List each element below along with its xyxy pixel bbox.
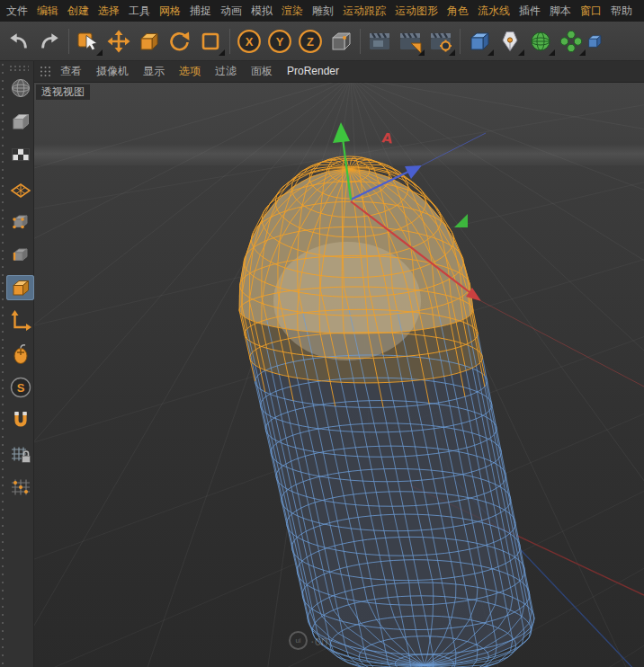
tool-texture-mode[interactable]	[6, 142, 34, 167]
rotate-tool-button[interactable]	[165, 26, 195, 57]
points-mode-icon	[9, 209, 32, 233]
vpmenu-item-prorender[interactable]: ProRender	[280, 61, 346, 82]
viewport[interactable]: A 透视视图 ui ·cn	[34, 83, 644, 667]
mograph-cloner-button[interactable]	[556, 26, 586, 57]
scale-icon	[138, 30, 161, 53]
viewport-label[interactable]: 透视视图	[36, 84, 90, 100]
enable-axis-icon	[9, 309, 32, 333]
dropdown-corner-icon	[579, 49, 586, 56]
dropdown-corner-icon	[549, 49, 555, 56]
workplane-lock-icon	[9, 442, 32, 466]
menubar-item-script[interactable]: 脚本	[545, 0, 576, 22]
menubar-item-create[interactable]: 创建	[63, 0, 94, 22]
render-view-icon	[368, 30, 391, 53]
menubar-item-snap[interactable]: 捕捉	[185, 0, 216, 22]
z-axis-lock-icon: Z	[298, 29, 323, 54]
menubar-item-edit[interactable]: 编辑	[32, 0, 63, 22]
dropdown-corner-icon	[219, 49, 225, 56]
magnet-icon	[9, 409, 32, 432]
vpmenu-item-view[interactable]: 查看	[53, 61, 89, 82]
vpmenu-item-panel[interactable]: 面板	[244, 61, 280, 82]
scale-tool-button[interactable]	[134, 26, 165, 57]
menubar-item-character[interactable]: 角色	[443, 0, 473, 22]
coord-system-icon	[329, 30, 353, 53]
tool-workplane-mode[interactable]	[6, 175, 34, 200]
watermark-logo: ui	[289, 631, 308, 650]
make-editable-icon	[9, 76, 32, 100]
tool-model-mode[interactable]	[6, 109, 34, 134]
watermark: ui ·cn	[289, 631, 327, 650]
toolbar-separator	[68, 29, 69, 54]
menubar-item-simulate[interactable]: 模拟	[246, 0, 277, 22]
tool-magnet[interactable]	[6, 408, 34, 433]
svg-text:Z: Z	[307, 34, 314, 48]
dropdown-corner-icon	[487, 49, 494, 56]
palette-grip[interactable]	[9, 65, 29, 72]
redo-button[interactable]	[34, 26, 65, 57]
last-tool-button[interactable]	[195, 26, 226, 57]
menubar-item-tools[interactable]: 工具	[124, 0, 155, 22]
quantize-icon	[9, 476, 32, 499]
coordinate-system-button[interactable]	[326, 26, 356, 57]
menubar-item-mograph[interactable]: 运动图形	[390, 0, 443, 22]
live-selection-button[interactable]	[73, 26, 103, 57]
toolbar-separator	[460, 29, 461, 54]
mouse-input-icon	[9, 342, 32, 366]
tool-enable-axis[interactable]	[6, 308, 34, 334]
y-axis-lock-icon: Y	[267, 29, 292, 54]
menubar-item-render[interactable]: 渲染	[277, 0, 308, 22]
move-tool-button[interactable]	[103, 26, 134, 57]
menubar-item-mesh[interactable]: 网格	[155, 0, 185, 22]
panel-grip-icon[interactable]	[40, 66, 51, 77]
render-picture-viewer-button[interactable]	[395, 26, 425, 57]
tool-points-mode[interactable]	[6, 209, 34, 234]
dropdown-corner-icon	[418, 49, 425, 56]
tool-make-editable[interactable]	[6, 76, 34, 101]
clipped-toolbar-button[interactable]	[586, 26, 603, 57]
tool-mouse-input[interactable]	[6, 342, 34, 367]
tool-workplane-lock[interactable]	[6, 441, 34, 467]
vpmenu-item-cameras[interactable]: 摄像机	[89, 61, 136, 82]
toolbar-separator	[360, 29, 361, 54]
x-axis-lock-icon: X	[237, 29, 262, 54]
undo-icon	[8, 31, 30, 52]
vpmenu-item-filter[interactable]: 过滤	[208, 61, 244, 82]
svg-text:Y: Y	[276, 34, 284, 48]
menubar-item-animate[interactable]: 动画	[216, 0, 246, 22]
clipped-cube-icon	[586, 30, 603, 53]
main-toolbar: X Y Z	[0, 22, 644, 61]
workplane-mode-icon	[9, 176, 32, 200]
dropdown-corner-icon	[518, 49, 524, 56]
subdivision-surface-button[interactable]	[525, 26, 556, 57]
render-view-button[interactable]	[364, 26, 395, 57]
menubar-item-help[interactable]: 帮助	[606, 0, 637, 22]
lock-z-axis-button[interactable]: Z	[295, 26, 326, 57]
menubar-item-sculpt[interactable]: 雕刻	[308, 0, 338, 22]
toolbar-separator	[229, 29, 230, 54]
lock-y-axis-button[interactable]: Y	[264, 26, 295, 57]
menubar-item-window[interactable]: 窗口	[576, 0, 606, 22]
menubar-item-file[interactable]: 文件	[2, 0, 32, 22]
rotate-icon	[168, 30, 192, 53]
undo-button[interactable]	[4, 26, 34, 57]
move-icon	[107, 30, 130, 53]
menubar-item-select[interactable]: 选择	[94, 0, 124, 22]
menubar-item-pipeline[interactable]: 流水线	[473, 0, 514, 22]
tool-polygons-mode[interactable]	[6, 275, 34, 300]
vpmenu-item-display[interactable]: 显示	[136, 61, 172, 82]
lock-x-axis-button[interactable]: X	[234, 26, 264, 57]
render-settings-button[interactable]	[425, 26, 456, 57]
viewport-menubar: 查看 摄像机 显示 选项 过滤 面板 ProRender	[34, 61, 644, 83]
scene-canvas[interactable]: A	[34, 83, 644, 667]
menubar-item-plugins[interactable]: 插件	[514, 0, 545, 22]
add-cube-button[interactable]	[464, 26, 495, 57]
tool-quantize[interactable]	[6, 475, 34, 500]
tool-edges-mode[interactable]	[6, 242, 34, 267]
dropdown-corner-icon	[449, 49, 455, 56]
svg-text:S: S	[16, 381, 24, 395]
menubar-item-motion-tracker[interactable]: 运动跟踪	[338, 0, 390, 22]
pen-spline-button[interactable]	[495, 26, 525, 57]
vpmenu-item-options[interactable]: 选项	[172, 61, 208, 82]
tool-snapping[interactable]: S	[6, 375, 34, 400]
svg-text:A: A	[380, 129, 393, 147]
